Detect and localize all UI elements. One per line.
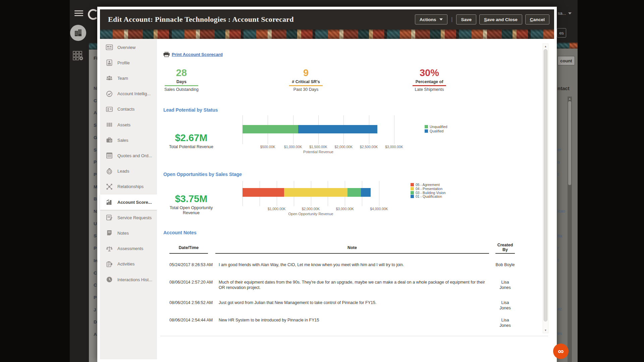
contacts-icon (106, 106, 113, 113)
background-row-partial: U (94, 221, 97, 226)
background-row-partial: M (94, 184, 97, 189)
modal-scrollbar[interactable]: ▲ ▼ (543, 44, 548, 333)
app-grid-icon[interactable] (72, 51, 84, 62)
section-heading-account-notes: Account Notes (163, 230, 197, 235)
total-open-opportunity-value: $3.75M (163, 194, 220, 204)
scorecard-icon (106, 198, 113, 206)
decorative-banner (100, 29, 554, 39)
sidebar-item-team[interactable]: Team (100, 70, 157, 86)
note-datetime: 08/06/2014 2:56:52 AM (169, 300, 215, 305)
legend-swatch (425, 129, 428, 133)
save-and-close-button[interactable]: Save and Close (479, 14, 522, 24)
background-banner-partial-right (557, 43, 578, 49)
background-row-partial: o (557, 160, 560, 165)
sidebar-item-interactions-hist[interactable]: Interactions Hist... (100, 272, 157, 287)
edit-account-modal: Edit Account: Pinnacle Technologies : Ac… (97, 7, 557, 362)
axis-tick-label: $3,000.00K (380, 145, 408, 149)
axis-tick-label: $3,000.00K (331, 207, 359, 211)
legend-item: 01 - Qualification (411, 194, 442, 198)
sidebar-item-account-score[interactable]: Account Score... (100, 194, 157, 210)
background-scrollbar[interactable]: ▲ (568, 97, 572, 362)
sidebar-item-sales[interactable]: Sales (100, 132, 157, 148)
kpi-underline (413, 85, 446, 86)
background-page-right-edge (557, 49, 578, 362)
axis-tick-label: $500.00K (254, 145, 282, 149)
sidebar-item-profile[interactable]: Profile (100, 55, 157, 70)
legend-swatch (411, 195, 414, 198)
sales-icon (106, 136, 113, 144)
background-partial-label: Fi (94, 56, 98, 61)
background-row-partial: P (94, 160, 97, 165)
background-row-partial: P (94, 246, 97, 251)
background-row-partial: B (94, 196, 97, 201)
sidebar-item-relationships[interactable]: Relationships (100, 179, 157, 194)
sidebar-item-quotes-and-ord[interactable]: Quotes and Ord... (100, 148, 157, 163)
background-row-partial: t (557, 172, 558, 177)
scroll-up-icon[interactable]: ▲ (543, 45, 548, 48)
relationships-icon (106, 183, 113, 190)
axis-tick-label: $2,000.00K (297, 207, 325, 211)
note-created-by: Lisa Jones (495, 317, 515, 328)
background-row-partial: tta (557, 234, 562, 238)
background-row-partial: ez (557, 307, 562, 311)
column-header-created-by: Created By (495, 243, 515, 252)
bar-segment-03-building-vision (347, 188, 361, 197)
scrollbar-thumb[interactable] (544, 49, 547, 321)
sidebar-item-leads[interactable]: Leads (100, 164, 157, 179)
quotes-icon (106, 152, 113, 159)
total-open-opportunity-label: Total Open Opportunity Revenue (163, 205, 220, 216)
background-row-partial: G (94, 135, 97, 140)
background-row-partial: P (94, 172, 97, 177)
service-icon (106, 214, 113, 221)
sidebar-item-account-intellig[interactable]: Account Intellig... (100, 86, 157, 102)
scroll-down-icon[interactable]: ▼ (543, 329, 548, 332)
sidebar-item-activities[interactable]: Activities (100, 256, 157, 272)
background-row-partial: C (94, 98, 97, 103)
header-rule (495, 253, 515, 254)
background-row-partial: S (94, 147, 97, 153)
axis-tick-label: $4,000.00K (365, 207, 393, 211)
chevron-down-icon (568, 12, 572, 14)
section-heading-open-opportunities: Open Opportunities by Sales Stage (163, 172, 242, 177)
note-datetime: 08/06/2014 2:57:20 AM (169, 280, 215, 285)
background-row-partial: t (557, 258, 558, 262)
print-account-scorecard-link[interactable]: Print Account Scorecard (163, 52, 223, 57)
screen: Fi NCASGSPPMBNUSPInCCPJDA sa... es count… (0, 0, 644, 362)
history-icon (106, 276, 113, 283)
section-heading-lead-potential: Lead Potential by Status (163, 107, 218, 113)
legend-item: Unqualified (425, 125, 447, 129)
sidebar-item-assessments[interactable]: Assessments (100, 241, 157, 256)
sidebar-item-service-requests[interactable]: Service Requests (100, 210, 157, 225)
cancel-button[interactable]: Cancel (525, 14, 549, 24)
kpi-label-top: Percentage of (402, 79, 456, 84)
total-potential-revenue-label: Total Potential Revenue (163, 144, 220, 149)
background-account-button-partial[interactable]: count (557, 56, 575, 65)
axis-tick-label: $2,500.00K (355, 145, 383, 149)
assets-icon (106, 121, 113, 128)
kpi-label-bottom: Past 30 Days (279, 87, 333, 92)
sidebar-item-contacts[interactable]: Contacts (100, 102, 157, 117)
user-menu-partial[interactable]: sa... (558, 11, 572, 16)
company-avatar[interactable] (70, 25, 86, 41)
actions-button[interactable]: Actions (415, 14, 448, 24)
chat-widget-button[interactable]: ∞ (553, 344, 569, 359)
sidebar-item-overview[interactable]: Overview (100, 40, 157, 55)
note-text: New HR System to be introduced by Pinnac… (219, 317, 491, 323)
axis-tick-label: $1,000.00K (263, 207, 291, 211)
scorecard-content: Print Account Scorecard 28 Days Sales Ou… (157, 39, 554, 362)
sidebar-item-notes[interactable]: Notes (100, 225, 157, 241)
background-button-partial[interactable]: es (557, 28, 566, 38)
caret-down-icon (439, 18, 443, 20)
menu-icon[interactable] (74, 10, 83, 17)
column-header-datetime: Date/Time (169, 245, 208, 250)
kpi-underline (289, 85, 323, 86)
legend-swatch (411, 183, 414, 186)
sidebar-item-assets[interactable]: Assets (100, 117, 157, 132)
bar-segment-qualified (298, 125, 378, 133)
save-button[interactable]: Save (456, 14, 476, 24)
kpi-underline (165, 85, 198, 86)
legend-swatch (411, 191, 414, 194)
overview-icon (106, 44, 113, 51)
background-row-partial: er (557, 147, 561, 152)
kpi-percentage-of: 30% Percentage of Late Shipments (402, 67, 456, 92)
